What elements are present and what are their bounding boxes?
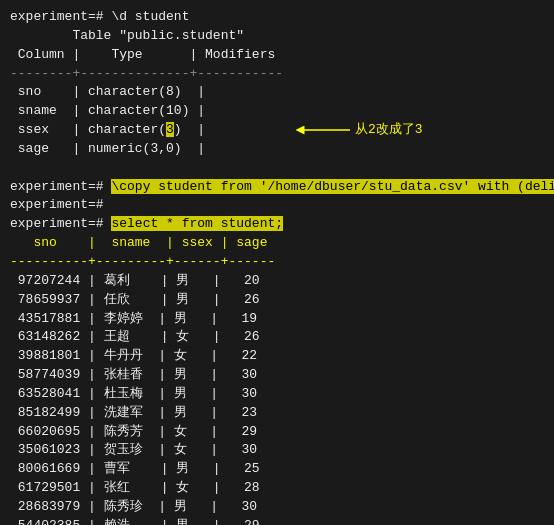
table-row: 66020695 | 陈秀芳 | 女 | 29 xyxy=(10,423,544,442)
divider1: --------+--------------+----------- xyxy=(10,65,544,84)
table-row: 78659937 | 任欣 | 男 | 26 xyxy=(10,291,544,310)
copy-line: experiment=# \copy student from '/home/d… xyxy=(10,178,544,197)
ssex-text: ssex | character(3) | xyxy=(10,121,291,140)
table-row: 85182499 | 洗建军 | 男 | 23 xyxy=(10,404,544,423)
table-row: 80061669 | 曹军 | 男 | 25 xyxy=(10,460,544,479)
select-line: experiment=# select * from student; xyxy=(10,215,544,234)
row-ssex: ssex | character(3) | 从2改成了3 xyxy=(10,121,544,140)
table-row: 63528041 | 杜玉梅 | 男 | 30 xyxy=(10,385,544,404)
prompt2: experiment=# xyxy=(10,196,544,215)
blank1 xyxy=(10,159,544,178)
table-row: 43517881 | 李婷婷 | 男 | 19 xyxy=(10,310,544,329)
row-sno: sno | character(8) | xyxy=(10,83,544,102)
table-row: 61729501 | 张红 | 女 | 28 xyxy=(10,479,544,498)
select-header: sno | sname | ssex | sage xyxy=(10,234,544,253)
table-row: 28683979 | 陈秀珍 | 男 | 30 xyxy=(10,498,544,517)
row-sname: sname | character(10) | xyxy=(10,102,544,121)
col-header: Column | Type | Modifiers xyxy=(10,46,544,65)
copy-cmd: \copy student from '/home/dbuser/stu_dat… xyxy=(111,179,554,194)
row-sage: sage | numeric(3,0) | xyxy=(10,140,544,159)
table-row: 54402385 | 赖浩 | 男 | 29 xyxy=(10,517,544,525)
table-row: 58774039 | 张桂香 | 男 | 30 xyxy=(10,366,544,385)
table-row: 63148262 | 王超 | 女 | 26 xyxy=(10,328,544,347)
line-d-student: experiment=# \d student xyxy=(10,8,544,27)
table-row: 97207244 | 葛利 | 男 | 20 xyxy=(10,272,544,291)
table-row: 35061023 | 贺玉珍 | 女 | 30 xyxy=(10,441,544,460)
divider2: ----------+---------+------+------ xyxy=(10,253,544,272)
table-row: 39881801 | 牛丹丹 | 女 | 22 xyxy=(10,347,544,366)
arrow-icon xyxy=(295,122,355,138)
terminal: experiment=# \d student Table "public.st… xyxy=(10,8,544,525)
annotation-arrow: 从2改成了3 xyxy=(295,121,423,140)
table-title: Table "public.student" xyxy=(10,27,544,46)
select-cmd: select * from student; xyxy=(111,216,283,231)
annotation-text: 从2改成了3 xyxy=(355,121,423,140)
